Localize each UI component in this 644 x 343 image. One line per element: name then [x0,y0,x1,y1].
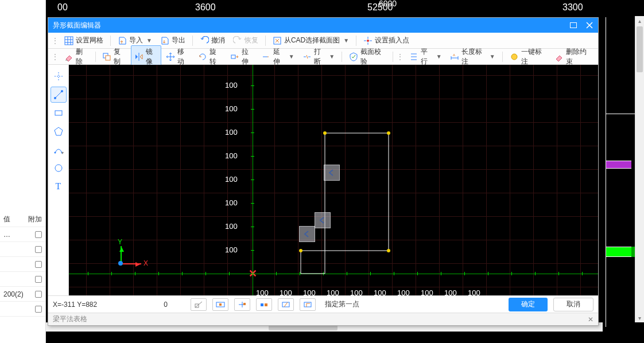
ok-button[interactable]: 确定 [509,298,548,311]
chevron-down-icon: ▼ [329,53,335,60]
bg-ruler: 00 3600 52500 6000 3300 [46,0,603,16]
svg-rect-1 [65,37,73,45]
eraser-icon [64,52,73,61]
undo-icon [200,36,209,45]
svg-rect-5 [106,56,110,60]
vertex[interactable] [323,131,327,135]
svg-point-12 [54,152,56,154]
status-value: 0 [139,301,168,309]
svg-point-9 [54,97,56,99]
gear-icon[interactable]: ✕ [588,315,593,323]
vertex[interactable] [387,131,390,135]
svg-rect-18 [243,303,246,305]
svg-rect-17 [219,303,222,306]
cell: 200(2) [3,290,24,298]
tool-arc[interactable]: ▾ [51,142,67,158]
svg-point-3 [367,40,369,42]
checkbox[interactable] [35,306,42,313]
chevron-down-icon: ▼ [436,53,442,60]
snap-mid[interactable] [212,298,228,311]
dialog-title: 异形截面编辑器 [53,21,101,30]
toolbar-2: ⋮ 删除 复制 镜像 移动 旋转 [48,49,598,65]
svg-rect-11 [55,111,62,115]
svg-text:A: A [453,53,455,57]
svg-rect-0 [571,23,577,28]
checkbox[interactable] [35,261,42,268]
snap-intersect[interactable] [278,298,294,311]
redo-icon [233,36,242,45]
tool-rect[interactable] [51,105,67,121]
titlebar[interactable]: 异形截面编辑器 [48,18,598,33]
cell: … [3,231,10,239]
snap-endpoint[interactable] [191,298,207,311]
svg-rect-19 [261,303,263,306]
axis-gizmo: X Y [115,240,149,275]
maximize-button[interactable] [569,21,577,29]
status-hint: 指定第一点 [325,299,359,309]
arrow-marker[interactable] [299,226,315,242]
svg-rect-6 [231,55,235,59]
checkbox[interactable] [35,231,42,238]
tool-circle[interactable] [51,160,67,176]
cancel-button[interactable]: 取消 [553,298,593,311]
section-editor-dialog: 异形截面编辑器 ⋮ 设置网格 导入▼ [48,17,599,326]
checkbox[interactable] [35,276,42,283]
snap-node[interactable] [256,298,272,311]
status-bar: X=-311 Y=882 0 指定第一点 确定 取消 [48,295,598,313]
snap-center[interactable] [234,298,250,311]
svg-point-8 [511,54,517,60]
chevron-down-icon: ▼ [289,53,294,60]
checkbox[interactable] [35,246,42,253]
bg-scrollbar[interactable]: ▴ ▾ [635,16,644,322]
editor-canvas[interactable]: ✕ 100100100100100100100100100 1001001001… [69,65,598,295]
side-panel: 值 附加 … 200(2) [0,0,46,343]
chevron-down-icon: ▼ [343,37,349,44]
tool-polygon[interactable] [51,123,67,139]
tool-line[interactable] [51,87,67,103]
close-button[interactable] [585,21,593,29]
tool-palette: ▾ T [48,65,69,295]
arrow-marker[interactable] [324,165,340,181]
coordinates: X=-311 Y=882 [53,301,133,309]
col-header: 值 [3,215,10,224]
tool-text[interactable]: T [51,178,67,194]
svg-point-10 [61,90,63,92]
chevron-down-icon: ▼ [146,37,152,44]
checkbox[interactable] [35,291,42,298]
col-header: 附加 [28,215,42,224]
bg-line [606,17,606,327]
chevron-down-icon: ▼ [490,53,495,60]
shield-icon [349,52,358,61]
svg-rect-20 [265,303,267,306]
tool-point[interactable] [51,68,67,84]
snap-perp[interactable] [300,298,316,311]
beam-table-panel-header[interactable]: 梁平法表格 ✕ [48,313,598,325]
vertex[interactable] [299,249,302,252]
move-icon [166,52,175,61]
svg-rect-22 [304,302,311,307]
svg-point-14 [55,165,62,171]
arrow-marker[interactable] [315,212,331,228]
vertex[interactable] [387,249,390,252]
